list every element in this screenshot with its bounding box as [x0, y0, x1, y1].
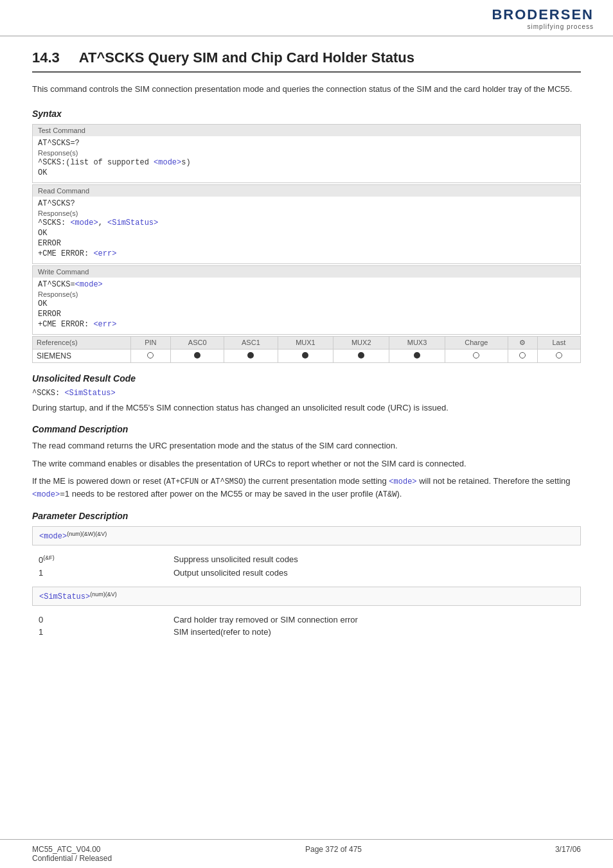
- test-response-label: Response(s): [38, 149, 575, 157]
- col-charge: Charge: [445, 336, 508, 349]
- write-response-label: Response(s): [38, 290, 575, 298]
- write-command-header: Write Command: [33, 266, 580, 278]
- simstatus-value-0-row: 0 Card holder tray removed or SIM connec…: [32, 614, 581, 626]
- urc-description: During startup, and if the MC55's SIM co…: [32, 402, 581, 414]
- ref-last-val: [537, 349, 580, 362]
- simstatus-param-table: 0 Card holder tray removed or SIM connec…: [32, 614, 581, 638]
- mode-value-1-row: 1 Output unsolicited result codes: [32, 567, 581, 579]
- col-mux2: MUX2: [333, 336, 389, 349]
- ref-mux1-val: [278, 349, 333, 362]
- simstatus-value-0: 0: [32, 614, 173, 626]
- cmd-desc-p2: The write command enables or disables th…: [32, 457, 581, 470]
- test-command-header: Test Command: [33, 125, 580, 136]
- write-command-body: AT^SCKS=<mode> Response(s) OK ERROR +CME…: [33, 278, 580, 334]
- read-ok: OK: [38, 229, 575, 238]
- mode-desc-0: Suppress unsolicited result codes: [173, 553, 581, 566]
- read-error: ERROR: [38, 239, 575, 248]
- syntax-heading: Syntax: [32, 109, 581, 119]
- ref-asc1-val: [224, 349, 278, 362]
- ref-mux2-val: [333, 349, 389, 362]
- test-response-text: ^SCKS:(list of supported <mode>s): [38, 158, 575, 167]
- header: BRODERSEN simplifying process: [0, 0, 613, 37]
- read-command-body: AT^SCKS? Response(s) ^SCKS: <mode>, <Sim…: [33, 197, 580, 263]
- urc-code: ^SCKS: <SimStatus>: [32, 389, 581, 398]
- section-heading: 14.3 AT^SCKS Query SIM and Chip Card Hol…: [32, 49, 581, 73]
- col-asc0: ASC0: [171, 336, 224, 349]
- gear-bullet: [519, 352, 526, 359]
- test-command-text: AT^SCKS=?: [38, 139, 575, 148]
- col-asc1: ASC1: [224, 336, 278, 349]
- param-desc-heading: Parameter Description: [32, 511, 581, 521]
- mux2-bullet: [358, 352, 364, 359]
- asc0-bullet: [194, 352, 200, 359]
- logo-area: BRODERSEN simplifying process: [492, 6, 594, 30]
- section-title: AT^SCKS Query SIM and Chip Card Holder S…: [79, 49, 414, 66]
- write-cme-error: +CME ERROR: <err>: [38, 320, 575, 329]
- read-command-text: AT^SCKS?: [38, 199, 575, 208]
- last-bullet: [556, 352, 562, 359]
- read-command-block: Read Command AT^SCKS? Response(s) ^SCKS:…: [32, 184, 581, 264]
- mode-param-box: <mode>(num)(&W)(&V): [32, 526, 581, 545]
- mode-param-sup: (num)(&W)(&V): [67, 533, 107, 540]
- simstatus-param-sup: (num)(&V): [90, 593, 117, 600]
- read-response-label: Response(s): [38, 209, 575, 217]
- ref-gear-val: [508, 349, 537, 362]
- simstatus-param-box: <SimStatus>(num)(&V): [32, 587, 581, 606]
- write-command-text: AT^SCKS=<mode>: [38, 280, 575, 289]
- page: BRODERSEN simplifying process 14.3 AT^SC…: [0, 0, 613, 868]
- test-command-block: Test Command AT^SCKS=? Response(s) ^SCKS…: [32, 124, 581, 183]
- asc1-bullet: [247, 352, 254, 359]
- ref-mux3-val: [389, 349, 445, 362]
- footer-left: MC55_ATC_V04.00 Confidential / Released: [32, 845, 112, 863]
- col-last: Last: [537, 336, 580, 349]
- col-gear: ⚙: [508, 336, 537, 349]
- simstatus-value-1: 1: [32, 626, 173, 638]
- write-command-block: Write Command AT^SCKS=<mode> Response(s)…: [32, 265, 581, 335]
- mode-param-table: 0(&F) Suppress unsolicited result codes …: [32, 553, 581, 578]
- read-command-header: Read Command: [33, 185, 580, 197]
- mode-desc-1: Output unsolicited result codes: [173, 567, 581, 579]
- simstatus-param-name: <SimStatus>: [39, 592, 90, 601]
- logo-subtitle: simplifying process: [528, 23, 594, 30]
- mux1-bullet: [302, 352, 308, 359]
- ref-charge-val: [445, 349, 508, 362]
- footer-confidential: Confidential / Released: [32, 854, 112, 863]
- simstatus-desc-0: Card holder tray removed or SIM connecti…: [173, 614, 581, 626]
- footer-page: Page 372 of 475: [305, 845, 362, 863]
- col-pin: PIN: [130, 336, 170, 349]
- logo-text: BRODERSEN: [492, 6, 594, 23]
- pin-bullet: [147, 352, 154, 359]
- urc-heading: Unsolicited Result Code: [32, 373, 581, 384]
- reference-table: Reference(s) PIN ASC0 ASC1 MUX1 MUX2 MUX…: [32, 336, 581, 363]
- ref-pin-val: [130, 349, 170, 362]
- ref-siemens: SIEMENS: [33, 349, 131, 362]
- cmd-desc-p3: If the ME is powered down or reset (AT+C…: [32, 475, 581, 500]
- read-cme-error: +CME ERROR: <err>: [38, 249, 575, 258]
- section-number: 14.3: [32, 49, 60, 66]
- section-description: This command controls the SIM connection…: [32, 83, 581, 96]
- col-mux3: MUX3: [389, 336, 445, 349]
- test-command-body: AT^SCKS=? Response(s) ^SCKS:(list of sup…: [33, 136, 580, 182]
- test-ok: OK: [38, 168, 575, 177]
- mode-value-0-row: 0(&F) Suppress unsolicited result codes: [32, 553, 581, 566]
- simstatus-desc-1: SIM inserted(refer to note): [173, 626, 581, 638]
- charge-bullet: [473, 352, 479, 359]
- cmd-desc-heading: Command Description: [32, 424, 581, 434]
- read-response-text: ^SCKS: <mode>, <SimStatus>: [38, 218, 575, 227]
- footer-version: MC55_ATC_V04.00: [32, 845, 112, 854]
- footer: MC55_ATC_V04.00 Confidential / Released …: [0, 839, 613, 868]
- ref-asc0-val: [171, 349, 224, 362]
- simstatus-value-1-row: 1 SIM inserted(refer to note): [32, 626, 581, 638]
- write-error: ERROR: [38, 310, 575, 319]
- command-description-body: The read command returns the URC present…: [32, 439, 581, 500]
- ref-label: Reference(s): [33, 336, 131, 349]
- cmd-desc-p1: The read command returns the URC present…: [32, 439, 581, 452]
- footer-date: 3/17/06: [555, 845, 581, 863]
- mode-value-1: 1: [32, 567, 173, 579]
- col-mux1: MUX1: [278, 336, 333, 349]
- mode-value-0: 0(&F): [32, 553, 173, 566]
- mux3-bullet: [414, 352, 420, 359]
- write-ok: OK: [38, 299, 575, 308]
- content-area: 14.3 AT^SCKS Query SIM and Chip Card Hol…: [0, 37, 613, 656]
- mode-param-name: <mode>: [39, 532, 67, 541]
